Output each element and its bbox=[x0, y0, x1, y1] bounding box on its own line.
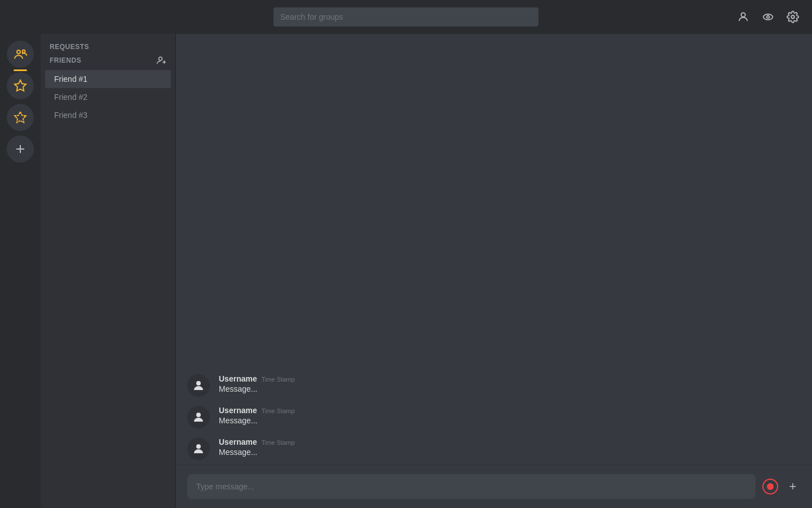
message-header-1: Username Time Stamp bbox=[219, 374, 295, 383]
top-right-icons bbox=[735, 9, 801, 25]
icon-sidebar bbox=[0, 34, 41, 508]
settings-icon[interactable] bbox=[785, 9, 801, 25]
friends-panel: REQUESTS FRIENDS Friend #1 Friend #2 Fri… bbox=[41, 34, 176, 508]
search-input[interactable] bbox=[273, 7, 539, 27]
svg-point-5 bbox=[23, 50, 25, 53]
profile-icon[interactable] bbox=[735, 9, 751, 25]
svg-point-1 bbox=[764, 14, 773, 20]
message-content-3: Username Time Stamp Message... bbox=[219, 437, 295, 457]
friends-header: FRIENDS bbox=[41, 55, 175, 70]
messages-container: Username Time Stamp Message... Usernam bbox=[176, 34, 812, 465]
message-text-1: Message... bbox=[219, 384, 295, 393]
svg-point-15 bbox=[196, 444, 201, 449]
chat-area: Username Time Stamp Message... Usernam bbox=[176, 34, 812, 508]
message-username-2: Username bbox=[219, 406, 257, 415]
top-bar bbox=[0, 0, 812, 34]
svg-point-13 bbox=[196, 381, 201, 386]
main-area: REQUESTS FRIENDS Friend #1 Friend #2 Fri… bbox=[0, 34, 812, 508]
message-header-2: Username Time Stamp bbox=[219, 406, 295, 415]
message-username-1: Username bbox=[219, 374, 257, 383]
message-text-2: Message... bbox=[219, 416, 295, 425]
message-text-3: Message... bbox=[219, 448, 295, 457]
avatar-1 bbox=[187, 374, 210, 397]
message-input-area: + bbox=[176, 465, 812, 508]
sidebar-item-friends[interactable] bbox=[7, 41, 34, 68]
avatar-3 bbox=[187, 437, 210, 460]
friend-item-3[interactable]: Friend #3 bbox=[45, 106, 171, 124]
sidebar-item-bookmarks[interactable] bbox=[7, 104, 34, 131]
sidebar-item-starred[interactable] bbox=[7, 72, 34, 99]
message-content-1: Username Time Stamp Message... bbox=[219, 374, 295, 393]
add-attachment-button[interactable]: + bbox=[785, 479, 801, 494]
record-inner-dot bbox=[767, 483, 774, 490]
svg-point-4 bbox=[17, 50, 20, 54]
message-item-3: Username Time Stamp Message... bbox=[187, 433, 801, 465]
message-item-1: Username Time Stamp Message... bbox=[187, 370, 801, 401]
friends-label: FRIENDS bbox=[50, 56, 81, 64]
message-timestamp-1: Time Stamp bbox=[262, 376, 295, 383]
svg-point-10 bbox=[159, 57, 162, 60]
message-header-3: Username Time Stamp bbox=[219, 437, 295, 446]
svg-point-14 bbox=[196, 413, 201, 417]
svg-point-0 bbox=[741, 13, 745, 17]
record-button[interactable] bbox=[762, 479, 778, 494]
message-input[interactable] bbox=[187, 474, 756, 499]
svg-point-3 bbox=[791, 15, 795, 19]
add-friend-button[interactable] bbox=[156, 55, 166, 65]
svg-marker-6 bbox=[15, 80, 26, 91]
message-timestamp-3: Time Stamp bbox=[262, 439, 295, 446]
eye-icon[interactable] bbox=[760, 9, 776, 25]
active-indicator bbox=[14, 69, 27, 71]
friend-item-2[interactable]: Friend #2 bbox=[45, 88, 171, 106]
sidebar-item-add[interactable] bbox=[7, 135, 34, 163]
message-timestamp-2: Time Stamp bbox=[262, 408, 295, 414]
message-item-2: Username Time Stamp Message... bbox=[187, 401, 801, 433]
requests-label: REQUESTS bbox=[41, 43, 175, 55]
svg-marker-7 bbox=[15, 112, 26, 122]
message-username-3: Username bbox=[219, 437, 257, 446]
svg-point-2 bbox=[767, 16, 770, 19]
friend-item-1[interactable]: Friend #1 bbox=[45, 70, 171, 88]
message-content-2: Username Time Stamp Message... bbox=[219, 406, 295, 425]
avatar-2 bbox=[187, 406, 210, 428]
